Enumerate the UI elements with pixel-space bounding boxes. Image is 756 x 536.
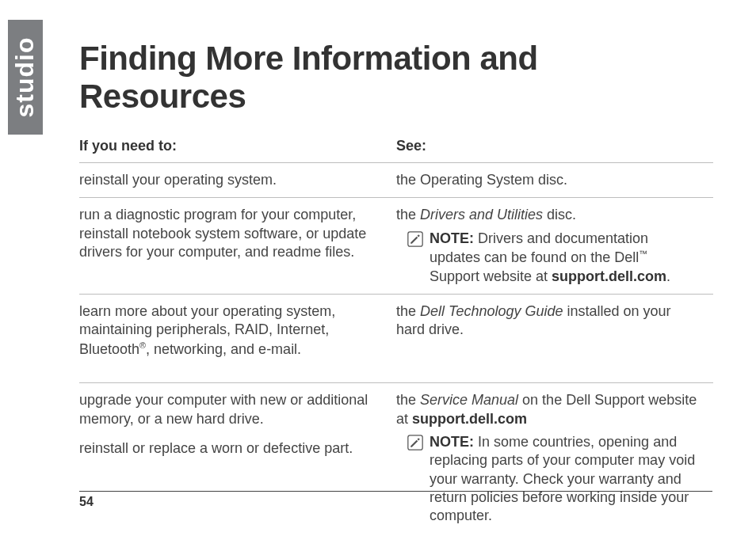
page-footer: 54 <box>79 491 712 509</box>
text: the <box>396 207 420 222</box>
text-italic: Dell Technology Guide <box>420 303 563 319</box>
note-pencil-icon <box>407 231 423 247</box>
see-cell: the Dell Technology Guide installed on y… <box>396 294 713 382</box>
see-cell: the Operating System disc. <box>396 163 713 198</box>
note-label: NOTE: <box>430 230 474 246</box>
need-line-1: upgrade your computer with new or additi… <box>79 391 384 428</box>
text: . <box>666 268 670 284</box>
page-container: studio Finding More Information and Reso… <box>0 0 756 536</box>
need-cell: reinstall your operating system. <box>79 163 396 198</box>
table-row: reinstall your operating system. the Ope… <box>79 163 713 198</box>
need-cell: learn more about your operating system, … <box>79 294 396 382</box>
page-number: 54 <box>79 495 94 508</box>
support-url: support.dell.com <box>552 268 666 284</box>
brand-label: studio <box>11 37 40 118</box>
see-cell: the Service Manual on the Dell Support w… <box>396 383 713 534</box>
see-text: the Drivers and Utilities disc. <box>396 206 701 224</box>
note-block: NOTE: Drivers and documentation updates … <box>396 230 701 286</box>
text-italic: Service Manual <box>420 392 518 408</box>
support-url: support.dell.com <box>412 411 527 427</box>
resources-table: If you need to: See: reinstall your oper… <box>79 133 713 534</box>
note-pencil-icon <box>407 435 423 450</box>
note-block: NOTE: In some countries, opening and rep… <box>396 433 701 526</box>
brand-side-tab: studio <box>8 20 43 135</box>
note-text: NOTE: In some countries, opening and rep… <box>430 433 701 526</box>
trademark-symbol: ™ <box>639 249 647 258</box>
need-cell: run a diagnostic program for your comput… <box>79 198 396 295</box>
see-text: the Service Manual on the Dell Support w… <box>396 391 701 428</box>
text: , networking, and e-mail. <box>146 341 301 357</box>
text: the <box>396 303 420 319</box>
registered-symbol: ® <box>139 340 146 350</box>
text: disc. <box>543 207 576 222</box>
table-row: learn more about your operating system, … <box>79 294 713 382</box>
need-line-2: reinstall or replace a worn or defective… <box>79 439 384 458</box>
note-label: NOTE: <box>430 434 474 450</box>
table-row: upgrade your computer with new or additi… <box>79 383 713 534</box>
text: the <box>396 392 420 408</box>
note-text: NOTE: Drivers and documentation updates … <box>430 230 701 286</box>
col-header-see: See: <box>396 133 713 163</box>
text-italic: Drivers and Utilities <box>420 207 543 222</box>
col-header-need: If you need to: <box>79 133 396 163</box>
text: Support website at <box>430 268 552 284</box>
table-row: run a diagnostic program for your comput… <box>79 198 713 295</box>
see-cell: the Drivers and Utilities disc. NOTE: Dr… <box>396 198 713 295</box>
need-cell: upgrade your computer with new or additi… <box>79 383 396 534</box>
page-title: Finding More Information and Resources <box>79 40 712 116</box>
